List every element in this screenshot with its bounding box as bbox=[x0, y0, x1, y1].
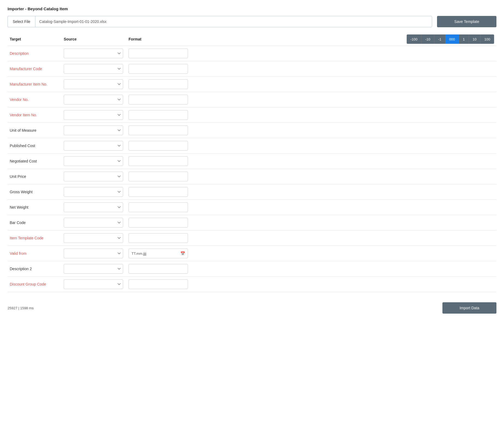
col-header-source: Source bbox=[64, 37, 129, 41]
top-bar: Select File Save Template bbox=[8, 16, 496, 27]
table-row: Published Cost bbox=[8, 138, 496, 154]
source-select-0[interactable] bbox=[64, 49, 123, 58]
format-cell-12 bbox=[126, 230, 191, 246]
format-input-6[interactable] bbox=[129, 141, 188, 151]
pagination-btn-10[interactable]: 10 bbox=[469, 35, 481, 44]
format-input-15[interactable] bbox=[129, 279, 188, 289]
format-cell-13: TT.mm.jjjj📅 bbox=[126, 246, 191, 261]
format-input-2[interactable] bbox=[129, 79, 188, 89]
format-input-1[interactable] bbox=[129, 64, 188, 74]
rest-cell-7 bbox=[191, 154, 496, 169]
format-input-10[interactable] bbox=[129, 202, 188, 212]
target-label-9: Gross Weight bbox=[8, 184, 62, 200]
target-label-4: Vendor Item No. bbox=[8, 107, 62, 123]
format-cell-8 bbox=[126, 169, 191, 184]
table-row: Discount Group Code bbox=[8, 277, 496, 292]
source-cell-3 bbox=[62, 92, 126, 107]
format-cell-15 bbox=[126, 277, 191, 292]
select-file-button[interactable]: Select File bbox=[8, 16, 35, 27]
format-cell-2 bbox=[126, 77, 191, 92]
calendar-icon-13[interactable]: 📅 bbox=[180, 251, 185, 256]
format-input-12[interactable] bbox=[129, 233, 188, 243]
col-header-format: Format bbox=[129, 37, 193, 41]
source-select-13[interactable] bbox=[64, 249, 123, 258]
format-cell-1 bbox=[126, 61, 191, 77]
rest-cell-14 bbox=[191, 261, 496, 277]
target-label-14: Description 2 bbox=[8, 261, 62, 277]
rest-cell-2 bbox=[191, 77, 496, 92]
pagination-btn-_1[interactable]: -1 bbox=[434, 35, 445, 44]
save-template-button[interactable]: Save Template bbox=[437, 16, 496, 27]
source-select-2[interactable] bbox=[64, 79, 123, 89]
source-select-8[interactable] bbox=[64, 172, 123, 181]
pagination-btn-_100[interactable]: -100 bbox=[407, 35, 422, 44]
table-header: Target Source Format -100-10-1000110100 bbox=[8, 33, 496, 46]
table-row: Vendor Item No. bbox=[8, 107, 496, 123]
rest-cell-10 bbox=[191, 200, 496, 215]
format-cell-7 bbox=[126, 154, 191, 169]
rest-cell-0 bbox=[191, 46, 496, 61]
source-select-9[interactable] bbox=[64, 187, 123, 197]
format-input-9[interactable] bbox=[129, 187, 188, 197]
import-mapping-table: DescriptionManufacturer CodeManufacturer… bbox=[8, 46, 496, 292]
source-cell-15 bbox=[62, 277, 126, 292]
rest-cell-1 bbox=[191, 61, 496, 77]
rest-cell-8 bbox=[191, 169, 496, 184]
table-row: Manufacturer Code bbox=[8, 61, 496, 77]
format-input-7[interactable] bbox=[129, 156, 188, 166]
rest-cell-3 bbox=[191, 92, 496, 107]
rest-cell-9 bbox=[191, 184, 496, 200]
pagination-group: -100-10-1000110100 bbox=[406, 34, 495, 44]
format-input-14[interactable] bbox=[129, 264, 188, 274]
table-row: Negotiated Cost bbox=[8, 154, 496, 169]
target-label-8: Unit Price bbox=[8, 169, 62, 184]
target-label-1: Manufacturer Code bbox=[8, 61, 62, 77]
format-input-11[interactable] bbox=[129, 218, 188, 228]
source-select-11[interactable] bbox=[64, 218, 123, 228]
target-label-2: Manufacturer Item No. bbox=[8, 77, 62, 92]
source-select-4[interactable] bbox=[64, 110, 123, 120]
pagination-btn-1[interactable]: 1 bbox=[459, 35, 469, 44]
source-cell-7 bbox=[62, 154, 126, 169]
target-label-12: Item Template Code bbox=[8, 230, 62, 246]
pagination-btn-100[interactable]: 100 bbox=[481, 35, 494, 44]
source-select-3[interactable] bbox=[64, 95, 123, 104]
source-select-5[interactable] bbox=[64, 125, 123, 135]
source-cell-12 bbox=[62, 230, 126, 246]
pagination-btn-000[interactable]: 000 bbox=[445, 35, 459, 44]
table-row: Valid fromTT.mm.jjjj📅 bbox=[8, 246, 496, 261]
source-select-14[interactable] bbox=[64, 264, 123, 274]
format-input-3[interactable] bbox=[129, 95, 188, 104]
target-label-6: Published Cost bbox=[8, 138, 62, 154]
source-cell-0 bbox=[62, 46, 126, 61]
source-select-1[interactable] bbox=[64, 64, 123, 74]
format-cell-4 bbox=[126, 107, 191, 123]
target-label-0: Description bbox=[8, 46, 62, 61]
source-select-15[interactable] bbox=[64, 279, 123, 289]
format-cell-0 bbox=[126, 46, 191, 61]
rest-cell-5 bbox=[191, 123, 496, 138]
rest-cell-11 bbox=[191, 215, 496, 230]
source-cell-14 bbox=[62, 261, 126, 277]
import-data-button[interactable]: Import Data bbox=[442, 302, 496, 314]
format-input-0[interactable] bbox=[129, 49, 188, 58]
source-cell-11 bbox=[62, 215, 126, 230]
rest-cell-6 bbox=[191, 138, 496, 154]
source-select-10[interactable] bbox=[64, 202, 123, 212]
source-cell-2 bbox=[62, 77, 126, 92]
source-select-7[interactable] bbox=[64, 156, 123, 166]
file-name-input[interactable] bbox=[35, 16, 432, 27]
format-cell-3 bbox=[126, 92, 191, 107]
format-input-4[interactable] bbox=[129, 110, 188, 120]
pagination-btn-_10[interactable]: -10 bbox=[422, 35, 435, 44]
source-select-6[interactable] bbox=[64, 141, 123, 151]
format-input-8[interactable] bbox=[129, 172, 188, 181]
format-input-5[interactable] bbox=[129, 125, 188, 135]
rest-cell-12 bbox=[191, 230, 496, 246]
status-text: 25927 | 1598 ms bbox=[8, 306, 34, 310]
target-label-7: Negotiated Cost bbox=[8, 154, 62, 169]
target-label-10: Net Weight bbox=[8, 200, 62, 215]
source-select-12[interactable] bbox=[64, 233, 123, 243]
source-cell-4 bbox=[62, 107, 126, 123]
table-row: Item Template Code bbox=[8, 230, 496, 246]
